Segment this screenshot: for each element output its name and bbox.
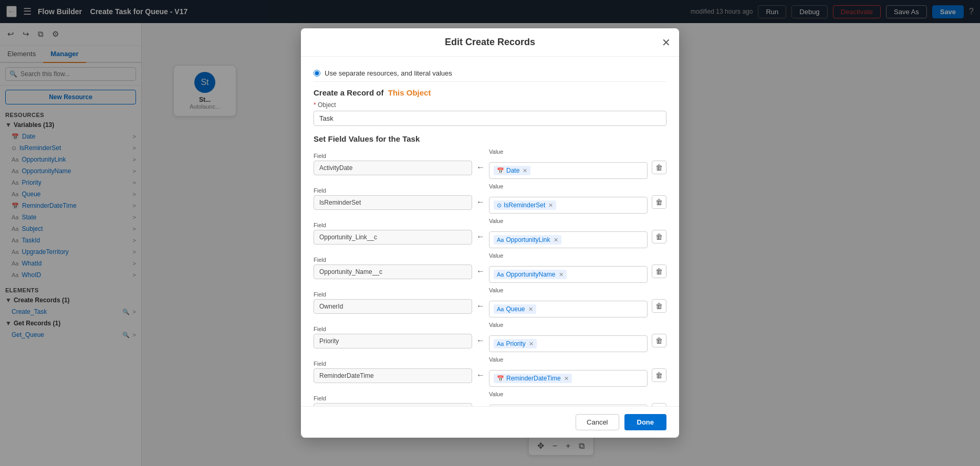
value-badge: Aa Priority ✕ <box>494 339 537 348</box>
field-label: Field <box>314 187 472 194</box>
date-icon: 📅 <box>497 167 504 174</box>
modal-header: Edit Create Records ✕ <box>301 28 679 57</box>
text-icon: Aa <box>497 341 504 347</box>
text-icon: Aa <box>497 237 504 243</box>
field-value-opportunityname: Aa OpportunityName ✕ <box>489 266 648 283</box>
radio-row: Use separate resources, and literal valu… <box>314 65 666 82</box>
remove-badge-button[interactable]: ✕ <box>529 341 534 347</box>
field-input-opportunityname[interactable] <box>314 264 472 279</box>
field-row-opportunityname: Field ← Value Aa OpportunityName ✕ 🗑 <box>314 252 666 283</box>
field-input-priority[interactable] <box>314 334 472 348</box>
field-label: Field <box>314 326 472 332</box>
field-row-activitydate: Field ← Value 📅 Date ✕ 🗑 <box>314 149 666 179</box>
modal-close-button[interactable]: ✕ <box>662 36 671 49</box>
modal-body: Use separate resources, and literal valu… <box>301 57 679 406</box>
arrow-icon: ← <box>476 267 485 276</box>
field-row-reminderdatetime: Field ← Value 📅 ReminderDateTime ✕ 🗑 <box>314 356 666 387</box>
modal-overlay: Edit Create Records ✕ Use separate resou… <box>0 0 980 466</box>
delete-row-button[interactable]: 🗑 <box>652 334 666 347</box>
value-badge: Aa Queue ✕ <box>494 304 536 314</box>
modal-footer: Cancel Done <box>301 406 679 438</box>
remove-badge-button[interactable]: ✕ <box>559 271 564 278</box>
value-badge: ⊙ IsReminderSet ✕ <box>494 200 556 210</box>
field-row-state: Field ← Value Aa State ✕ 🗑 <box>314 391 666 406</box>
field-row-opportunitylink: Field ← Value Aa OpportunityLink ✕ 🗑 <box>314 218 666 248</box>
value-label: Value <box>489 287 648 293</box>
remove-badge-button[interactable]: ✕ <box>548 202 553 209</box>
value-label: Value <box>489 252 648 259</box>
remove-badge-button[interactable]: ✕ <box>523 167 527 174</box>
this-object-highlight: This Object <box>388 88 431 97</box>
radio-separate-resources[interactable] <box>314 70 320 77</box>
field-value-priority: Aa Priority ✕ <box>489 335 648 352</box>
badge-text: OpportunityName <box>506 271 555 278</box>
remove-badge-button[interactable]: ✕ <box>564 375 569 382</box>
field-input-ownerid[interactable] <box>314 299 472 314</box>
badge-text: Date <box>506 167 519 174</box>
arrow-icon: ← <box>476 232 485 241</box>
object-section: * Object <box>314 101 666 126</box>
badge-text: IsReminderSet <box>504 202 545 209</box>
value-label: Value <box>489 322 648 328</box>
arrow-icon: ← <box>476 197 485 207</box>
field-label: Field <box>314 395 472 401</box>
field-row-priority: Field ← Value Aa Priority ✕ 🗑 <box>314 322 666 352</box>
field-value-reminderdatetime: 📅 ReminderDateTime ✕ <box>489 370 648 387</box>
delete-row-button[interactable]: 🗑 <box>652 299 666 313</box>
arrow-icon: ← <box>476 163 485 172</box>
object-input[interactable] <box>314 111 666 126</box>
field-label: Field <box>314 222 472 228</box>
field-value-isreminderset: ⊙ IsReminderSet ✕ <box>489 197 648 214</box>
badge-text: ReminderDateTime <box>506 375 561 382</box>
value-label: Value <box>489 356 648 363</box>
field-value-opportunitylink: Aa OpportunityLink ✕ <box>489 231 648 248</box>
badge-text: OpportunityLink <box>506 236 550 243</box>
delete-row-button[interactable]: 🗑 <box>652 195 666 209</box>
delete-row-button[interactable]: 🗑 <box>652 368 666 382</box>
field-input-reminderdatetime[interactable] <box>314 368 472 383</box>
radio-label: Use separate resources, and literal valu… <box>325 69 452 77</box>
value-badge: 📅 ReminderDateTime ✕ <box>494 374 572 383</box>
text-icon: Aa <box>497 271 504 278</box>
field-value-ownerid: Aa Queue ✕ <box>489 301 648 317</box>
create-record-heading: Create a Record of This Object <box>314 88 666 97</box>
text-icon: Aa <box>497 306 504 312</box>
value-col: Value 📅 Date ✕ <box>489 149 648 179</box>
value-label: Value <box>489 391 648 397</box>
delete-row-button[interactable]: 🗑 <box>652 161 666 174</box>
field-input-activitydate[interactable] <box>314 161 472 175</box>
field-label: Field <box>314 257 472 263</box>
remove-badge-button[interactable]: ✕ <box>554 237 558 243</box>
value-badge: 📅 Date ✕ <box>494 166 530 175</box>
field-value-activitydate: 📅 Date ✕ <box>489 162 648 179</box>
field-label: Field <box>314 153 472 159</box>
badge-text: Queue <box>506 305 525 313</box>
modal-title: Edit Create Records <box>314 37 666 48</box>
field-row-ownerid: Field ← Value Aa Queue ✕ 🗑 <box>314 287 666 317</box>
field-input-isreminderset[interactable] <box>314 195 472 210</box>
field-label: Field <box>314 291 472 298</box>
field-input-opportunitylink[interactable] <box>314 230 472 245</box>
value-badge: Aa OpportunityLink ✕ <box>494 235 561 245</box>
modal-edit-create-records: Edit Create Records ✕ Use separate resou… <box>301 28 679 438</box>
set-field-heading: Set Field Values for the Task <box>314 134 666 143</box>
cancel-button[interactable]: Cancel <box>576 414 619 430</box>
value-badge: Aa OpportunityName ✕ <box>494 270 567 279</box>
badge-text: Priority <box>506 340 525 347</box>
remove-badge-button[interactable]: ✕ <box>528 306 533 313</box>
datetime-icon: 📅 <box>497 375 504 382</box>
arrow-icon: ← <box>476 370 485 380</box>
boolean-icon: ⊙ <box>497 202 502 209</box>
delete-row-button[interactable]: 🗑 <box>652 230 666 243</box>
arrow-icon: ← <box>476 301 485 311</box>
field-row-isreminderset: Field ← Value ⊙ IsReminderSet ✕ 🗑 <box>314 183 666 214</box>
value-label: Value <box>489 149 648 155</box>
field-col-left: Field <box>314 153 472 175</box>
value-label: Value <box>489 218 648 224</box>
value-label: Value <box>489 183 648 189</box>
done-button[interactable]: Done <box>624 414 667 430</box>
delete-row-button[interactable]: 🗑 <box>652 264 666 278</box>
arrow-icon: ← <box>476 336 485 345</box>
object-label: * Object <box>314 101 666 109</box>
field-label: Field <box>314 361 472 367</box>
